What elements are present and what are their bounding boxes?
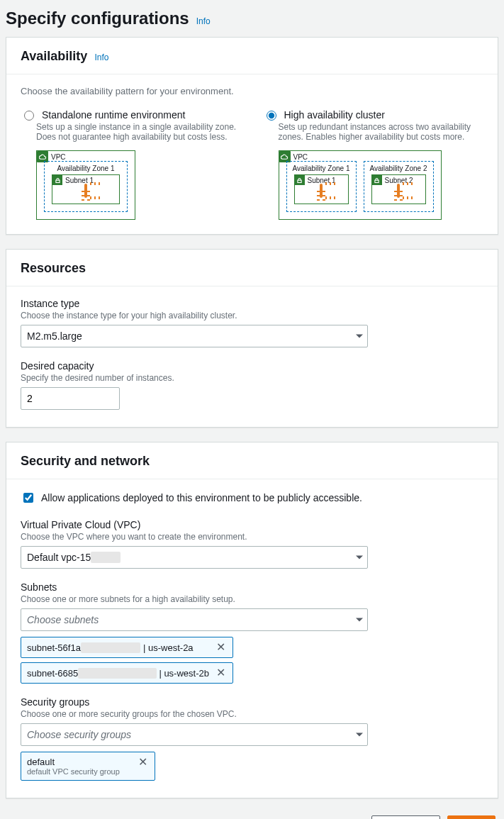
public-access-checkbox[interactable] — [23, 493, 33, 503]
instance-icon — [397, 185, 400, 196]
lock-icon — [372, 175, 382, 185]
subnet1-label: Subnet 1 — [308, 177, 336, 184]
close-icon[interactable]: ✕ — [137, 757, 149, 768]
svg-rect-1 — [298, 180, 301, 182]
radio-standalone-label: Standalone runtime environment — [42, 109, 185, 121]
instance-icon — [84, 185, 87, 196]
close-icon[interactable]: ✕ — [215, 667, 227, 679]
resources-panel: Resources Instance type Choose the insta… — [6, 249, 498, 428]
availability-lead: Choose the availability pattern for your… — [21, 86, 483, 96]
next-button[interactable]: Next — [447, 815, 495, 819]
vpc-label: VPC — [51, 153, 66, 161]
sg-hint: Choose one or more security groups for t… — [21, 709, 483, 719]
subnet-token: subnet-56f1axxxxxxxxxxxxx | us-west-2a ✕ — [21, 637, 233, 658]
subnets-label: Subnets — [21, 581, 483, 593]
sg-label: Security groups — [21, 696, 483, 708]
chevron-down-icon — [356, 618, 363, 622]
diagram-ha: VPC Availability Zone 1 Subnet 1 — [279, 150, 484, 220]
vpc-label: Virtual Private Cloud (VPC) — [21, 519, 483, 530]
instance-type-value: M2.m5.large — [27, 330, 82, 342]
sg-token-name: default — [27, 757, 120, 767]
wizard-footer: Cancel Previous Next — [6, 813, 498, 819]
instance-type-select[interactable]: M2.m5.large — [21, 325, 368, 347]
vpc-hint: Choose the VPC where you want to create … — [21, 532, 483, 542]
availability-panel: Availability Info Choose the availabilit… — [6, 37, 498, 235]
chevron-down-icon — [356, 733, 363, 737]
subnet2-label: Subnet 2 — [385, 177, 413, 184]
vpc-select[interactable]: Default vpc-15xxxxxx — [21, 546, 368, 569]
security-heading: Security and network — [21, 454, 483, 469]
subnets-select[interactable]: Choose subnets — [21, 608, 368, 631]
availability-heading-text: Availability — [21, 49, 87, 64]
public-access-label: Allow applications deployed to this envi… — [41, 492, 362, 503]
subnets-hint: Choose one or more subnets for a high av… — [21, 594, 483, 604]
chevron-down-icon — [356, 556, 363, 559]
instance-type-hint: Choose the instance type for your high a… — [21, 311, 483, 321]
radio-standalone[interactable] — [24, 111, 34, 121]
sg-placeholder: Choose security groups — [27, 729, 131, 740]
security-panel: Security and network Allow applications … — [6, 442, 498, 798]
sg-token-desc: default VPC security group — [27, 767, 120, 776]
option-standalone[interactable]: Standalone runtime environment Sets up a… — [21, 109, 242, 220]
lock-icon — [52, 175, 62, 185]
radio-ha[interactable] — [267, 111, 276, 121]
cancel-button[interactable]: Cancel — [308, 816, 364, 819]
capacity-input[interactable] — [21, 387, 120, 410]
instance-type-label: Instance type — [21, 298, 483, 309]
lock-icon — [295, 175, 305, 185]
subnet-token-text: subnet-6685xxxxxxxxxxxxxxxxx | us-west-2… — [27, 668, 209, 679]
capacity-hint: Specify the desired number of instances. — [21, 373, 483, 383]
page-title-text: Specify configurations — [6, 9, 189, 28]
availability-heading: Availability Info — [21, 49, 483, 64]
option-ha[interactable]: High availability cluster Sets up redund… — [263, 109, 484, 220]
vpc-value: Default vpc-15xxxxxx — [27, 552, 121, 563]
az1-label: Availability Zone 1 — [45, 165, 127, 172]
close-icon[interactable]: ✕ — [215, 642, 227, 653]
subnet-token-text: subnet-56f1axxxxxxxxxxxxx | us-west-2a — [27, 642, 194, 653]
resources-heading: Resources — [21, 261, 483, 276]
radio-ha-desc: Sets up redundant instances across two a… — [279, 122, 484, 142]
chevron-down-icon — [356, 335, 363, 338]
az1-label: Availability Zone 1 — [287, 165, 356, 172]
previous-button[interactable]: Previous — [371, 815, 440, 819]
radio-standalone-desc: Sets up a single instance in a single av… — [36, 122, 242, 142]
page-title: Specify configurations Info — [6, 9, 498, 28]
vpc-label: VPC — [293, 153, 308, 161]
subnets-placeholder: Choose subnets — [27, 614, 99, 625]
subnet-token: subnet-6685xxxxxxxxxxxxxxxxx | us-west-2… — [21, 662, 233, 684]
page-info-link[interactable]: Info — [196, 16, 211, 26]
radio-ha-label: High availability cluster — [284, 109, 385, 121]
svg-rect-0 — [55, 180, 59, 182]
sg-token: default default VPC security group ✕ — [21, 752, 155, 781]
svg-rect-2 — [375, 180, 379, 182]
instance-icon — [320, 185, 323, 196]
diagram-standalone: VPC Availability Zone 1 Subnet 1 — [36, 150, 242, 220]
capacity-label: Desired capacity — [21, 360, 483, 372]
sg-select[interactable]: Choose security groups — [21, 723, 368, 746]
az2-label: Availability Zone 2 — [364, 165, 433, 172]
availability-info-link[interactable]: Info — [94, 52, 108, 62]
